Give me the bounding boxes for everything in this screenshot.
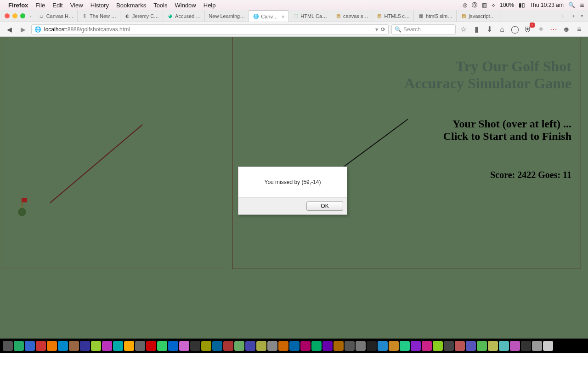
close-window-button[interactable] <box>5 13 10 18</box>
dock-app-icon[interactable] <box>245 341 255 351</box>
tab[interactable]: ◻Canvas H… <box>34 10 78 22</box>
dock-app-icon[interactable] <box>356 341 366 351</box>
dock-trash-icon[interactable] <box>543 341 553 351</box>
dock-app-icon[interactable] <box>322 341 333 351</box>
extension-icon[interactable]: ✧ <box>536 24 546 34</box>
menu-window[interactable]: Window <box>175 2 196 9</box>
downloads-icon[interactable]: ⬇ <box>484 24 494 34</box>
dock-app-icon[interactable] <box>3 341 13 351</box>
battery-icon[interactable]: ▮▯ <box>519 2 525 8</box>
dock-app-icon[interactable] <box>334 341 344 351</box>
dock-app-icon[interactable] <box>367 341 377 351</box>
dock-app-icon[interactable] <box>300 341 311 351</box>
menu-tools[interactable]: Tools <box>153 2 167 9</box>
dock-app-icon[interactable] <box>14 341 24 351</box>
dock-app-icon[interactable] <box>477 341 487 351</box>
dock-app-icon[interactable] <box>289 341 300 351</box>
dock-app-icon[interactable] <box>411 341 421 351</box>
target-canvas[interactable]: Try Our Golf Shot Accuracy Simulator Gam… <box>232 37 581 269</box>
tab[interactable]: ▤canvas s… <box>331 10 372 22</box>
menu-help[interactable]: Help <box>204 2 216 9</box>
dock-app-icon[interactable] <box>168 341 178 351</box>
page-body[interactable]: Try Our Golf Shot Accuracy Simulator Gam… <box>0 37 588 353</box>
search-input[interactable]: 🔍 Search <box>391 24 456 34</box>
dock-app-icon[interactable] <box>124 341 134 351</box>
tabs-scroll-right-icon[interactable]: › <box>562 13 564 19</box>
status-icon[interactable]: ▥ <box>482 2 487 8</box>
tab[interactable]: ▤javascript… <box>457 10 499 22</box>
dock-app-icon[interactable] <box>532 341 542 351</box>
zoom-window-button[interactable] <box>20 13 25 18</box>
status-icon[interactable]: ◎ <box>463 2 467 8</box>
dock-app-icon[interactable] <box>488 341 498 351</box>
dock-app-icon[interactable] <box>113 341 123 351</box>
extension-icon[interactable]: ⋯ <box>548 24 559 34</box>
window-controls[interactable] <box>5 13 25 18</box>
dock-app-icon[interactable] <box>179 341 189 351</box>
tab[interactable]: New Learning… <box>205 10 249 22</box>
reload-button[interactable]: ⟳ <box>381 26 385 33</box>
dock-app-icon[interactable] <box>378 341 388 351</box>
dock-app-icon[interactable] <box>345 341 355 351</box>
status-icon[interactable]: Ⓑ <box>472 1 477 9</box>
home-icon[interactable]: ⌂ <box>497 24 507 34</box>
clock[interactable]: Thu 10:23 am <box>530 2 564 8</box>
back-button[interactable]: ◀ <box>4 24 15 35</box>
bookmark-star-icon[interactable]: ☆ <box>458 24 469 34</box>
app-name[interactable]: Firefox <box>8 2 28 9</box>
dock-app-icon[interactable] <box>466 341 476 351</box>
tab[interactable]: ◕Accused … <box>163 10 205 22</box>
site-identity-icon[interactable]: 🌐 <box>34 26 41 33</box>
menu-view[interactable]: View <box>70 2 83 9</box>
dock-app-icon[interactable] <box>69 341 79 351</box>
menu-extras-icon[interactable]: ≣ <box>580 2 584 8</box>
menu-file[interactable]: File <box>35 2 45 9</box>
tab[interactable]: ◐Jeremy C… <box>120 10 163 22</box>
dock-app-icon[interactable] <box>256 341 266 351</box>
sync-icon[interactable]: ◯ <box>510 24 520 34</box>
dock-app-icon[interactable] <box>223 341 233 351</box>
dock-app-icon[interactable] <box>190 341 200 351</box>
dock-app-icon[interactable] <box>311 341 322 351</box>
tabs-scroll-left-icon[interactable]: ‹ <box>30 13 32 19</box>
menu-bookmarks[interactable]: Bookmarks <box>116 2 146 9</box>
alert-ok-button[interactable]: OK <box>306 201 343 211</box>
spotlight-icon[interactable]: 🔍 <box>568 2 575 8</box>
close-tab-icon[interactable]: × <box>282 14 284 19</box>
dock-app-icon[interactable] <box>455 341 465 351</box>
url-input[interactable]: 🌐 localhost:8888/golfshotcanvas.html ▾ ⟳ <box>31 24 389 34</box>
dock-app-icon[interactable] <box>102 341 112 351</box>
tab[interactable]: ▤HTML5 c… <box>372 10 414 22</box>
wifi-icon[interactable]: ⟡ <box>492 2 495 8</box>
player-shot-canvas[interactable] <box>1 37 228 269</box>
minimize-window-button[interactable] <box>12 13 17 18</box>
dock-app-icon[interactable] <box>267 341 277 351</box>
dock-app-icon[interactable] <box>146 341 156 351</box>
menu-edit[interactable]: Edit <box>52 2 62 9</box>
dock-app-icon[interactable] <box>80 341 90 351</box>
chat-icon[interactable]: ☻ <box>561 24 571 34</box>
dock-app-icon[interactable] <box>91 341 101 351</box>
dock-app-icon[interactable] <box>201 341 211 351</box>
dock-app-icon[interactable] <box>422 341 432 351</box>
dock-app-icon[interactable] <box>47 341 57 351</box>
tab[interactable]: ⬚HTML Ca… <box>288 10 331 22</box>
tab[interactable]: ▦html5 sim… <box>414 10 457 22</box>
dock-app-icon[interactable] <box>444 341 454 351</box>
dock-app-icon[interactable] <box>135 341 145 351</box>
hamburger-menu-icon[interactable]: ≡ <box>574 24 584 34</box>
dock-app-icon[interactable] <box>389 341 399 351</box>
dock-app-icon[interactable] <box>36 341 46 351</box>
adblock-icon[interactable]: ⛨ <box>523 24 533 34</box>
dock-app-icon[interactable] <box>510 341 520 351</box>
dock-app-icon[interactable] <box>278 341 288 351</box>
dock-app-icon[interactable] <box>157 341 167 351</box>
tabs-dropdown-icon[interactable]: ▾ <box>581 13 583 19</box>
dock-app-icon[interactable] <box>58 341 68 351</box>
macos-dock[interactable] <box>0 339 588 353</box>
menu-history[interactable]: History <box>90 2 109 9</box>
new-tab-button[interactable]: ＋ <box>571 12 576 19</box>
dock-app-icon[interactable] <box>499 341 509 351</box>
tab-active[interactable]: 🌐Canv…× <box>249 10 288 22</box>
tab[interactable]: 𝕿The New … <box>78 10 120 22</box>
